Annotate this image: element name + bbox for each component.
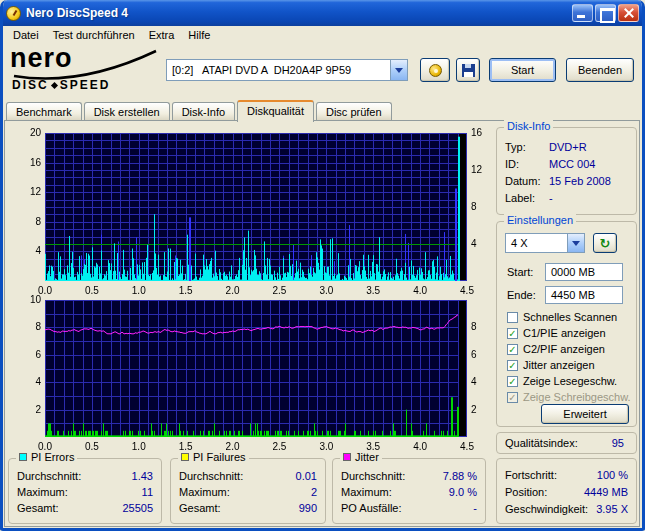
menu-hilfe[interactable]: Hilfe xyxy=(181,28,217,42)
drive-selector[interactable]: [0:2] ATAPI DVD A DH20A4P 9P59 xyxy=(166,59,408,81)
progress-group: Fortschritt: 100 % Position: 4449 MB Ges… xyxy=(496,458,637,524)
checkbox-box[interactable]: ✓ xyxy=(507,328,518,339)
start-button[interactable]: Start xyxy=(489,58,556,82)
checkbox-label: Zeige Lesegeschw. xyxy=(523,375,617,387)
checkbox-c1-pie[interactable]: ✓ C1/PIE anzeigen xyxy=(507,326,606,340)
end-position-label: Ende: xyxy=(507,289,536,301)
quit-button[interactable]: Beenden xyxy=(566,58,634,82)
eject-button[interactable] xyxy=(420,58,450,82)
po-failures-value: - xyxy=(473,502,477,514)
max-label: Maximum: xyxy=(179,486,230,498)
start-position-label: Start: xyxy=(507,266,533,278)
tab-disc-pruefen[interactable]: Disc prüfen xyxy=(316,102,392,121)
advanced-button[interactable]: Erweitert xyxy=(541,404,629,424)
checkbox-jitter[interactable]: ✓ Jitter anzeigen xyxy=(507,358,595,372)
quality-index-row: Qualitätsindex: 95 xyxy=(497,437,636,451)
disk-info-title: Disk-Info xyxy=(504,120,553,132)
nero-logo: nero DISCSPEED xyxy=(10,45,160,95)
close-button[interactable] xyxy=(618,4,639,22)
progress-value: 100 % xyxy=(597,469,628,481)
pi-errors-color-swatch xyxy=(19,453,27,461)
position-value: 4449 MB xyxy=(584,486,628,498)
max-label: Maximum: xyxy=(341,486,392,498)
avg-value: 1.43 xyxy=(132,470,153,482)
tab-diskqualitaet[interactable]: Diskqualität xyxy=(237,100,314,122)
total-label: Gesamt: xyxy=(179,502,221,514)
datum-label: Datum: xyxy=(505,175,540,187)
pi-failures-panel-title: PI Failures xyxy=(178,451,249,463)
checkbox-box[interactable] xyxy=(507,312,518,323)
id-label: ID: xyxy=(505,158,519,170)
refresh-icon: ↻ xyxy=(600,236,611,251)
jitter-panel: Jitter Durchschnitt:7.88 % Maximum:9.0 %… xyxy=(332,458,486,524)
drive-selector-value: [0:2] ATAPI DVD A DH20A4P 9P59 xyxy=(167,64,390,76)
checkbox-lesegeschw[interactable]: ✓ Zeige Lesegeschw. xyxy=(507,374,617,388)
label-value: - xyxy=(549,192,553,204)
checkbox-box[interactable]: ✓ xyxy=(507,360,518,371)
pi-errors-panel-title: PI Errors xyxy=(16,451,77,463)
speed-select-arrow[interactable] xyxy=(567,234,584,252)
eject-icon xyxy=(429,64,442,77)
avg-value: 0.01 xyxy=(296,470,317,482)
progress-row: Fortschritt: 100 % xyxy=(497,469,636,483)
end-position-input[interactable]: 4450 MB xyxy=(545,286,623,304)
save-button[interactable] xyxy=(456,58,480,82)
progress-label: Fortschritt: xyxy=(505,469,557,481)
typ-label: Typ: xyxy=(505,141,526,153)
panel-title: PI Failures xyxy=(193,451,246,463)
panel-title: PI Errors xyxy=(31,451,74,463)
checkbox-schnelles-scannen[interactable]: Schnelles Scannen xyxy=(507,310,617,324)
checkbox-box[interactable]: ✓ xyxy=(507,376,518,387)
advanced-button-label: Erweitert xyxy=(563,408,606,420)
pi-failures-color-swatch xyxy=(181,453,189,461)
max-value: 9.0 % xyxy=(449,486,477,498)
position-label: Position: xyxy=(505,486,547,498)
chevron-down-icon xyxy=(395,68,403,73)
menu-datei[interactable]: Datei xyxy=(6,28,46,42)
pi-errors-chart xyxy=(45,133,467,281)
max-value: 11 xyxy=(142,486,153,498)
speed-select[interactable]: 4 X xyxy=(505,233,585,253)
tab-benchmark[interactable]: Benchmark xyxy=(6,102,82,121)
speed-value: 3.95 X xyxy=(596,503,628,515)
max-label: Maximum: xyxy=(17,486,68,498)
avg-label: Durchschnitt: xyxy=(179,470,243,482)
tab-disk-info[interactable]: Disk-Info xyxy=(172,102,235,121)
label-label: Label: xyxy=(505,192,535,204)
refresh-speed-button[interactable]: ↻ xyxy=(593,233,617,253)
app-window: Nero DiscSpeed 4 Datei Test durchführen … xyxy=(0,0,645,531)
logo-sub-speed: SPEED xyxy=(60,78,111,92)
speed-select-value: 4 X xyxy=(506,237,567,249)
menu-test-durchfuehren[interactable]: Test durchführen xyxy=(46,28,142,42)
panel-title: Jitter xyxy=(355,451,379,463)
menu-extra[interactable]: Extra xyxy=(142,28,182,42)
checkbox-schreibgeschw: ✓ Zeige Schreibgeschw. xyxy=(507,390,631,404)
info-row-id: ID: MCC 004 xyxy=(497,158,636,172)
info-row-datum: Datum: 15 Feb 2008 xyxy=(497,175,636,189)
avg-label: Durchschnitt: xyxy=(341,470,405,482)
avg-value: 7.88 % xyxy=(443,470,477,482)
position-row: Position: 4449 MB xyxy=(497,486,636,500)
maximize-button[interactable] xyxy=(595,4,616,22)
titlebar[interactable]: Nero DiscSpeed 4 xyxy=(0,0,645,26)
drive-selector-arrow[interactable] xyxy=(390,60,407,80)
pi-failures-panel: PI Failures Durchschnitt:0.01 Maximum:2 … xyxy=(170,458,326,524)
quality-index-value: 95 xyxy=(612,437,624,449)
tab-disk-erstellen[interactable]: Disk erstellen xyxy=(84,102,170,121)
chevron-down-icon xyxy=(572,241,580,246)
checkbox-box[interactable]: ✓ xyxy=(507,344,518,355)
window-title: Nero DiscSpeed 4 xyxy=(26,6,570,20)
pi-errors-panel: PI Errors Durchschnitt:1.43 Maximum:11 G… xyxy=(8,458,162,524)
max-value: 2 xyxy=(311,486,317,498)
minimize-button[interactable] xyxy=(572,4,593,22)
info-row-typ: Typ: DVD+R xyxy=(497,141,636,155)
total-label: Gesamt: xyxy=(17,502,59,514)
datum-value: 15 Feb 2008 xyxy=(549,175,611,187)
settings-group: Einstellungen 4 X ↻ Start: 0000 MB Ende:… xyxy=(496,221,637,427)
diamond-icon xyxy=(51,82,58,89)
checkbox-c2-pif[interactable]: ✓ C2/PIF anzeigen xyxy=(507,342,605,356)
checkbox-label: C2/PIF anzeigen xyxy=(523,343,605,355)
quit-button-label: Beenden xyxy=(578,64,622,76)
start-position-input[interactable]: 0000 MB xyxy=(545,263,623,281)
jitter-panel-title: Jitter xyxy=(340,451,382,463)
